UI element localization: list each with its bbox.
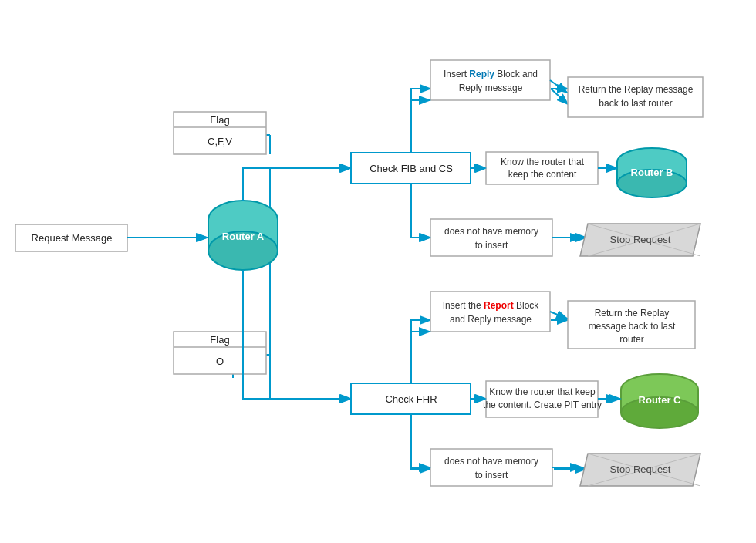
insert-reply-top-box	[430, 60, 550, 100]
return-replay-bottom-text1: Return the Replay	[595, 308, 670, 319]
flag-top-value: C,F,V	[208, 136, 232, 147]
return-replay-top-box	[568, 77, 703, 117]
stop-top-label: Stop Request	[610, 234, 671, 245]
request-message-label: Request Message	[32, 232, 113, 244]
flag-bottom-label: Flag	[210, 334, 229, 346]
know-router-bottom-text2: the content. Create PIT entry	[483, 400, 602, 410]
no-memory-bottom-text1: does not have memory	[444, 456, 538, 467]
insert-report-bottom-text2: and Reply message	[450, 314, 532, 325]
router-b-label: Router B	[631, 167, 673, 178]
insert-report-bottom-box	[430, 292, 550, 332]
return-replay-top-text2: back to last router	[599, 98, 672, 109]
router-c-label: Router C	[639, 394, 682, 406]
no-memory-top-text1: does not have memory	[444, 226, 538, 237]
insert-report-bottom-text1: Insert the Report Block	[443, 300, 540, 311]
know-router-bottom-text1: Know the router that keep	[489, 386, 596, 397]
flag-bottom-value: O	[216, 356, 224, 367]
return-replay-bottom-text3: router	[619, 334, 643, 345]
router-a-label: Router A	[222, 231, 265, 242]
stop-bottom-label: Stop Request	[610, 464, 671, 475]
know-router-top-text2: keep the content	[508, 169, 577, 180]
no-memory-bottom-text2: to insert	[475, 470, 508, 481]
know-router-top-text1: Know the router that	[501, 157, 585, 167]
insert-reply-top-text2: Reply message	[459, 83, 523, 93]
check-fhr-label: Check FHR	[385, 393, 437, 405]
insert-reply-top-text1: Insert Reply Block and	[444, 69, 538, 79]
flag-top-label: Flag	[210, 114, 229, 126]
return-replay-bottom-text2: message back to last	[589, 321, 676, 332]
return-replay-top-text1: Return the Replay message	[579, 84, 694, 95]
check-fib-label: Check FIB and CS	[370, 163, 453, 174]
no-memory-top-text2: to insert	[475, 240, 508, 251]
